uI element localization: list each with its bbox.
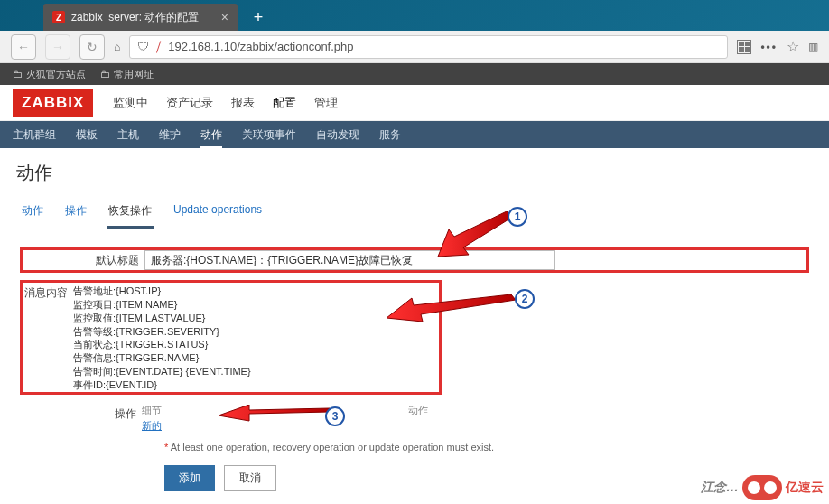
url-input[interactable]: 🛡 ⧸ 192.168.1.10/zabbix/actionconf.php	[129, 35, 728, 59]
label-operations: 操作	[20, 402, 142, 422]
nav-configuration[interactable]: 配置	[273, 95, 296, 111]
annotation-box-1: 默认标题	[20, 247, 809, 273]
subnav-hosts[interactable]: 主机	[117, 127, 139, 143]
tab-recovery-operations[interactable]: 恢复操作	[107, 198, 154, 229]
watermark-logo-icon	[742, 475, 782, 500]
link-new-operation[interactable]: 新的	[142, 420, 162, 431]
message-body-preview: 告警地址:{HOST.IP}监控项目:{ITEM.NAME}监控取值:{ITEM…	[73, 283, 439, 392]
input-default-title[interactable]	[144, 250, 555, 270]
bookmark-star-icon[interactable]: ☆	[787, 38, 799, 55]
zabbix-page: ZABBIX 监测中 资产记录 报表 配置 管理 主机群组 模板 主机 维护 动…	[0, 85, 829, 504]
browser-tab[interactable]: Z zabbix_server: 动作的配置 ×	[43, 4, 238, 31]
subnav-hostgroups[interactable]: 主机群组	[13, 127, 56, 143]
required-note: * At least one operation, recovery opera…	[164, 442, 809, 453]
forward-button[interactable]: →	[45, 34, 70, 60]
form-area: 默认标题 消息内容 告警地址:{HOST.IP}监控项目:{ITEM.NAME}…	[0, 229, 829, 500]
page-title: 动作	[0, 148, 829, 192]
menu-dots-icon[interactable]: •••	[760, 41, 778, 53]
home-button[interactable]: ⌂	[114, 41, 120, 53]
tab-update-operations[interactable]: Update operations	[172, 198, 264, 229]
tab-action[interactable]: 动作	[20, 198, 45, 229]
watermark: 江念… 亿速云	[701, 475, 824, 500]
url-text: 192.168.1.10/zabbix/actionconf.php	[168, 40, 353, 53]
qr-icon[interactable]	[737, 40, 751, 54]
ops-col-action[interactable]: 动作	[408, 404, 428, 417]
subnav-correlation[interactable]: 关联项事件	[242, 127, 296, 143]
library-icon[interactable]: ▥	[808, 41, 818, 53]
nav-inventory[interactable]: 资产记录	[166, 95, 213, 111]
tab-operations[interactable]: 操作	[63, 198, 88, 229]
subnav-actions[interactable]: 动作	[200, 127, 222, 149]
zabbix-header: ZABBIX 监测中 资产记录 报表 配置 管理	[0, 85, 829, 121]
tab-title: zabbix_server: 动作的配置	[71, 10, 215, 25]
close-icon[interactable]: ×	[221, 10, 228, 24]
zabbix-logo[interactable]: ZABBIX	[13, 89, 93, 117]
main-nav: 监测中 资产记录 报表 配置 管理	[113, 95, 338, 111]
subnav-maintenance[interactable]: 维护	[159, 127, 181, 143]
folder-icon: 🗀	[13, 69, 23, 79]
annotation-box-2: 消息内容 告警地址:{HOST.IP}监控项目:{ITEM.NAME}监控取值:…	[20, 280, 442, 395]
back-button[interactable]: ←	[11, 34, 36, 60]
zabbix-favicon: Z	[52, 11, 65, 23]
insecure-icon: ⧸	[156, 40, 161, 54]
bookmark-toolbar: 🗀 火狐官方站点 🗀 常用网址	[0, 63, 829, 85]
sub-nav: 主机群组 模板 主机 维护 动作 关联项事件 自动发现 服务	[0, 121, 829, 148]
subnav-discovery[interactable]: 自动发现	[316, 127, 359, 143]
new-tab-button[interactable]: +	[245, 4, 272, 31]
operations-table: 细节 动作 新的	[142, 402, 553, 433]
label-default-title: 默认标题	[23, 250, 144, 270]
shield-icon: 🛡	[137, 40, 149, 53]
add-button[interactable]: 添加	[164, 465, 215, 491]
address-bar: ← → ↻ ⌂ 🛡 ⧸ 192.168.1.10/zabbix/actionco…	[0, 31, 829, 63]
subnav-services[interactable]: 服务	[379, 127, 401, 143]
nav-monitoring[interactable]: 监测中	[113, 95, 148, 111]
label-message: 消息内容	[23, 283, 73, 392]
config-tabs: 动作 操作 恢复操作 Update operations	[0, 192, 829, 229]
cancel-button[interactable]: 取消	[224, 465, 276, 491]
reload-button[interactable]: ↻	[79, 34, 105, 60]
bookmark-item[interactable]: 🗀 火狐官方站点	[13, 68, 86, 81]
ops-col-detail[interactable]: 细节	[142, 404, 408, 417]
nav-reports[interactable]: 报表	[231, 95, 255, 111]
bookmark-item[interactable]: 🗀 常用网址	[100, 68, 154, 81]
nav-administration[interactable]: 管理	[314, 95, 338, 111]
folder-icon: 🗀	[100, 69, 110, 79]
browser-tab-bar: Z zabbix_server: 动作的配置 × +	[0, 0, 829, 31]
subnav-templates[interactable]: 模板	[76, 127, 98, 143]
